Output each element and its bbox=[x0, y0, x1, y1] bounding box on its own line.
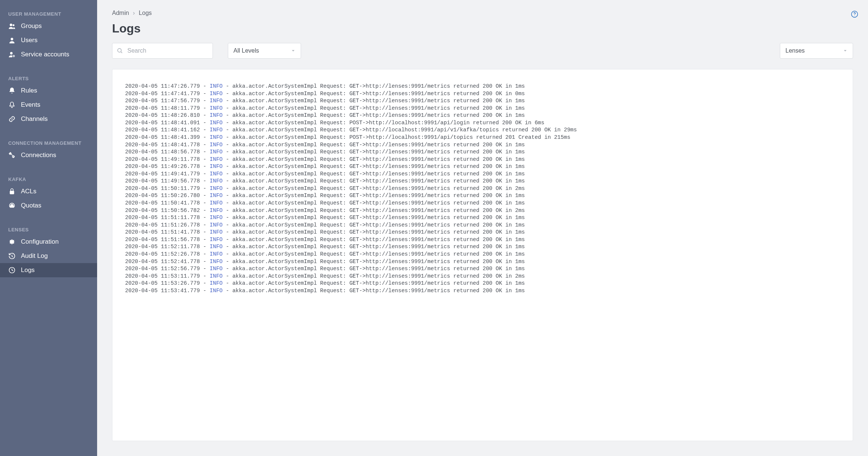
log-message: akka.actor.ActorSystemImpl Request: POST… bbox=[232, 134, 570, 140]
sidebar-item-label: Connections bbox=[21, 152, 56, 159]
search-input[interactable] bbox=[112, 43, 213, 59]
svg-point-4 bbox=[13, 56, 14, 57]
sidebar-item-label: Channels bbox=[21, 115, 48, 123]
sidebar-item-users[interactable]: Users bbox=[0, 33, 97, 47]
sidebar-item-logs[interactable]: Logs bbox=[0, 263, 97, 277]
sidebar-item-connections[interactable]: Connections bbox=[0, 148, 97, 162]
sidebar: USER MANAGEMENTGroupsUsersService accoun… bbox=[0, 0, 97, 456]
log-timestamp: 2020-04-05 11:50:11.779 bbox=[125, 185, 200, 191]
log-message: akka.actor.ActorSystemImpl Request: GET-… bbox=[232, 193, 525, 199]
svg-point-2 bbox=[11, 38, 13, 40]
topbar: Admin › Logs Logs All Levels Lenses bbox=[97, 0, 868, 69]
log-message: akka.actor.ActorSystemImpl Request: GET-… bbox=[232, 156, 525, 162]
log-message: akka.actor.ActorSystemImpl Request: GET-… bbox=[232, 98, 525, 104]
help-icon[interactable] bbox=[851, 10, 858, 18]
log-line: 2020-04-05 11:51:41.778 - INFO - akka.ac… bbox=[125, 229, 840, 236]
chevron-down-icon bbox=[291, 49, 295, 53]
sidebar-section-title: CONNECTION MANAGEMENT bbox=[0, 137, 97, 148]
log-timestamp: 2020-04-05 11:49:26.778 bbox=[125, 163, 200, 169]
sidebar-item-label: Configuration bbox=[21, 238, 59, 246]
log-message: akka.actor.ActorSystemImpl Request: GET-… bbox=[232, 251, 525, 257]
log-line: 2020-04-05 11:48:41.162 - INFO - akka.ac… bbox=[125, 127, 840, 134]
log-level: INFO bbox=[210, 193, 223, 199]
log-level: INFO bbox=[210, 273, 223, 279]
log-level: INFO bbox=[210, 134, 223, 140]
sidebar-item-quotas[interactable]: Quotas bbox=[0, 199, 97, 213]
sidebar-item-label: Users bbox=[21, 37, 37, 44]
log-level: INFO bbox=[210, 237, 223, 243]
log-timestamp: 2020-04-05 11:52:26.778 bbox=[125, 251, 200, 257]
log-panel[interactable]: 2020-04-05 11:47:26.779 - INFO - akka.ac… bbox=[112, 69, 853, 441]
log-message: akka.actor.ActorSystemImpl Request: GET-… bbox=[232, 229, 525, 235]
log-message: akka.actor.ActorSystemImpl Request: GET-… bbox=[232, 288, 525, 294]
log-message: akka.actor.ActorSystemImpl Request: GET-… bbox=[232, 207, 525, 213]
controls-row: All Levels Lenses bbox=[112, 43, 853, 59]
bell-solid-icon bbox=[7, 87, 16, 94]
log-line: 2020-04-05 11:50:11.779 - INFO - akka.ac… bbox=[125, 185, 840, 193]
log-timestamp: 2020-04-05 11:47:41.779 bbox=[125, 91, 200, 97]
log-level: INFO bbox=[210, 251, 223, 257]
log-line: 2020-04-05 11:51:26.778 - INFO - akka.ac… bbox=[125, 222, 840, 229]
log-level: INFO bbox=[210, 178, 223, 184]
sidebar-item-audit-log[interactable]: Audit Log bbox=[0, 249, 97, 263]
log-line: 2020-04-05 11:49:56.778 - INFO - akka.ac… bbox=[125, 178, 840, 185]
dashboard-icon bbox=[7, 202, 16, 209]
sidebar-item-configuration[interactable]: Configuration bbox=[0, 235, 97, 249]
breadcrumb-current: Logs bbox=[139, 10, 152, 16]
log-message: akka.actor.ActorSystemImpl Request: GET-… bbox=[232, 244, 525, 250]
log-timestamp: 2020-04-05 11:47:56.779 bbox=[125, 98, 200, 104]
svg-line-12 bbox=[121, 51, 122, 53]
sidebar-item-label: Quotas bbox=[21, 202, 41, 209]
sidebar-item-label: Rules bbox=[21, 87, 37, 94]
log-line: 2020-04-05 11:48:26.810 - INFO - akka.ac… bbox=[125, 112, 840, 119]
log-level: INFO bbox=[210, 156, 223, 162]
log-line: 2020-04-05 11:49:26.778 - INFO - akka.ac… bbox=[125, 163, 840, 171]
source-select[interactable]: Lenses bbox=[780, 43, 853, 59]
log-line: 2020-04-05 11:51:11.778 - INFO - akka.ac… bbox=[125, 214, 840, 222]
svg-rect-7 bbox=[10, 191, 14, 194]
log-line: 2020-04-05 11:50:26.780 - INFO - akka.ac… bbox=[125, 192, 840, 200]
sidebar-item-service-accounts[interactable]: Service accounts bbox=[0, 47, 97, 62]
log-level: INFO bbox=[210, 127, 223, 133]
sidebar-item-rules[interactable]: Rules bbox=[0, 84, 97, 98]
log-message: akka.actor.ActorSystemImpl Request: POST… bbox=[232, 120, 544, 126]
breadcrumb: Admin › Logs bbox=[112, 10, 853, 16]
user-icon bbox=[7, 37, 16, 44]
log-timestamp: 2020-04-05 11:48:41.162 bbox=[125, 127, 200, 133]
log-message: akka.actor.ActorSystemImpl Request: GET-… bbox=[232, 105, 525, 111]
sidebar-section-title: LENSES bbox=[0, 223, 97, 235]
sidebar-item-channels[interactable]: Channels bbox=[0, 112, 97, 126]
lock-icon bbox=[7, 188, 16, 195]
log-timestamp: 2020-04-05 11:51:11.778 bbox=[125, 215, 200, 221]
log-level: INFO bbox=[210, 91, 223, 97]
log-timestamp: 2020-04-05 11:53:26.779 bbox=[125, 280, 200, 286]
log-level: INFO bbox=[210, 185, 223, 191]
svg-point-3 bbox=[10, 52, 13, 54]
level-select[interactable]: All Levels bbox=[228, 43, 301, 59]
sidebar-item-acls[interactable]: ACLs bbox=[0, 184, 97, 199]
log-level: INFO bbox=[210, 244, 223, 250]
log-timestamp: 2020-04-05 11:50:41.778 bbox=[125, 200, 200, 206]
log-level: INFO bbox=[210, 83, 223, 89]
log-level: INFO bbox=[210, 266, 223, 272]
sidebar-item-groups[interactable]: Groups bbox=[0, 19, 97, 33]
log-level: INFO bbox=[210, 259, 223, 265]
log-timestamp: 2020-04-05 11:48:26.810 bbox=[125, 112, 200, 118]
log-timestamp: 2020-04-05 11:52:41.778 bbox=[125, 259, 200, 265]
log-message: akka.actor.ActorSystemImpl Request: GET-… bbox=[232, 237, 525, 243]
clock-icon bbox=[7, 266, 16, 274]
log-timestamp: 2020-04-05 11:48:41.399 bbox=[125, 134, 200, 140]
breadcrumb-root[interactable]: Admin bbox=[112, 10, 129, 16]
log-line: 2020-04-05 11:50:56.782 - INFO - akka.ac… bbox=[125, 207, 840, 215]
log-line: 2020-04-05 11:48:41.778 - INFO - akka.ac… bbox=[125, 141, 840, 149]
log-message: akka.actor.ActorSystemImpl Request: GET-… bbox=[232, 185, 525, 191]
sidebar-item-events[interactable]: Events bbox=[0, 98, 97, 112]
svg-point-6 bbox=[13, 156, 14, 157]
log-line: 2020-04-05 11:53:11.779 - INFO - akka.ac… bbox=[125, 273, 840, 280]
log-timestamp: 2020-04-05 11:48:11.779 bbox=[125, 105, 200, 111]
log-line: 2020-04-05 11:48:56.778 - INFO - akka.ac… bbox=[125, 149, 840, 156]
log-line: 2020-04-05 11:52:26.778 - INFO - akka.ac… bbox=[125, 251, 840, 258]
log-timestamp: 2020-04-05 11:52:56.779 bbox=[125, 266, 200, 272]
log-line: 2020-04-05 11:48:41.399 - INFO - akka.ac… bbox=[125, 134, 840, 141]
log-message: akka.actor.ActorSystemImpl Request: GET-… bbox=[232, 200, 525, 206]
